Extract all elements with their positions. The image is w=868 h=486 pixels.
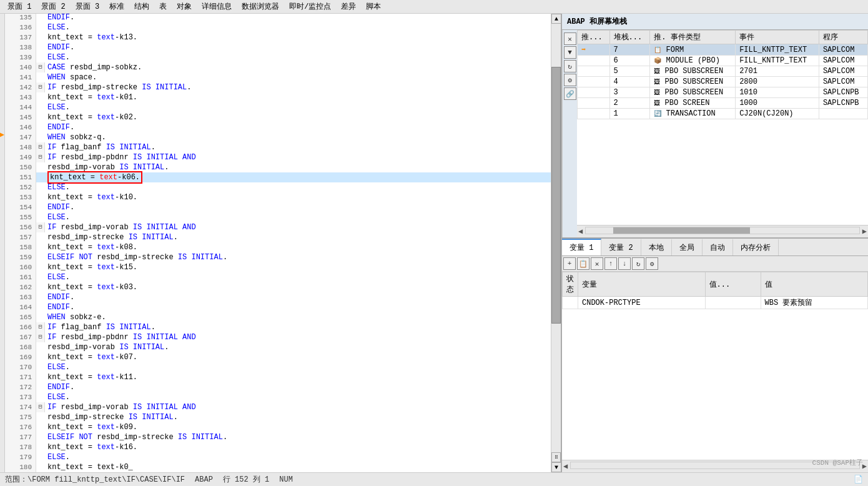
scroll-left-btn[interactable]: ◀ [578, 227, 583, 236]
var-btn-up[interactable]: ↑ [604, 257, 617, 270]
table-row[interactable]: CNDOK-PRCTYPEWBS 要素预留 [563, 297, 868, 309]
table-row[interactable]: 145 knt_text = text-k02. [5, 112, 551, 122]
table-row[interactable]: 138 ENDIF. [5, 42, 551, 52]
var-btn-settings[interactable]: ⚙ [646, 257, 658, 270]
menu-item-12[interactable]: 脚本 [361, 1, 386, 12]
menu-item-9[interactable]: 数据浏览器 [237, 1, 284, 12]
scroll-grip[interactable]: ⠿ [551, 452, 561, 462]
stack-icon-close[interactable]: ✕ [564, 32, 576, 45]
scroll-thumb[interactable] [551, 67, 561, 324]
scroll-down-arrow[interactable]: ▼ [551, 462, 561, 472]
tab-var2[interactable]: 变量 2 [601, 239, 641, 255]
table-row[interactable]: 151 knt_text = text-k06. [5, 172, 551, 182]
table-row[interactable]: 164 ENDIF. [5, 302, 551, 312]
table-row[interactable]: 156⊟ IF resbd_imp-vorab IS INITIAL AND [5, 222, 551, 232]
table-row[interactable]: 136 ELSE. [5, 22, 551, 32]
menu-item-4[interactable]: 标准 [104, 1, 129, 12]
table-row[interactable]: 176 knt_text = text-k09. [5, 422, 551, 432]
scroll-right-btn[interactable]: ▶ [862, 227, 867, 236]
code-content[interactable]: 125 ELSE.126 flag_banf = space.127 ENDIF… [5, 14, 551, 472]
table-row[interactable]: 144 ELSE. [5, 102, 551, 112]
table-row[interactable]: 166⊟ IF flag_banf IS INITIAL. [5, 322, 551, 332]
var-btn-add[interactable]: + [563, 257, 576, 270]
menu-item-11[interactable]: 差异 [336, 1, 361, 12]
table-row[interactable]: 139 ELSE. [5, 52, 551, 62]
table-row[interactable]: 5🖼 PBO SUBSCREEN2701SAPLCOM [578, 66, 868, 77]
table-row[interactable]: 159 ELSEIF NOT resbd_imp-strecke IS INIT… [5, 252, 551, 262]
tab-auto[interactable]: 自动 [703, 239, 733, 255]
var-scroll-left[interactable]: ◀ [563, 462, 568, 471]
table-row[interactable]: 6📦 MODULE (PBO)FILL_KNTTP_TEXTSAPLCOM [578, 56, 868, 66]
table-row[interactable]: 179 ELSE. [5, 452, 551, 462]
table-row[interactable]: 148⊟ IF flag_banf IS INITIAL. [5, 142, 551, 152]
table-row[interactable]: 160 knt_text = text-k15. [5, 262, 551, 272]
table-row[interactable]: ➡7📋 FORMFILL_KNTTP_TEXTSAPLCOM [578, 44, 868, 56]
fold-indicator[interactable]: ⊟ [36, 332, 45, 342]
table-row[interactable]: 171 knt_text = text-k11. [5, 372, 551, 382]
table-row[interactable]: 180 knt_text = text-k0_ [5, 462, 551, 472]
fold-indicator[interactable]: ⊟ [36, 62, 45, 72]
table-row[interactable]: 143 knt_text = text-k01. [5, 92, 551, 102]
stack-icon-nav-down[interactable]: ▼ [564, 46, 576, 59]
menu-item-6[interactable]: 表 [154, 1, 172, 12]
table-row[interactable]: 175 resbd_imp-strecke IS INITIAL. [5, 412, 551, 422]
scroll-up-arrow[interactable]: ▲ [551, 14, 561, 24]
menu-item-5[interactable]: 结构 [129, 1, 154, 12]
table-row[interactable]: 169 knt_text = text-k07. [5, 352, 551, 362]
table-row[interactable]: 155 ELSE. [5, 212, 551, 222]
table-row[interactable]: 174⊟ IF resbd_imp-vorab IS INITIAL AND [5, 402, 551, 412]
stack-icon-settings[interactable]: ⚙ [564, 74, 576, 86]
menu-item-8[interactable]: 详细信息 [197, 1, 237, 12]
menu-item-1[interactable]: 景面 1 [2, 1, 36, 12]
fold-indicator[interactable]: ⊟ [36, 222, 45, 232]
menu-item-7[interactable]: 对象 [172, 1, 197, 12]
table-row[interactable]: 177 ELSEIF NOT resbd_imp-strecke IS INIT… [5, 432, 551, 442]
table-row[interactable]: 168 resbd_imp-vorab IS INITIAL. [5, 342, 551, 352]
table-row[interactable]: 165 WHEN sobkz-e. [5, 312, 551, 322]
table-row[interactable]: 154 ENDIF. [5, 202, 551, 212]
tab-memory[interactable]: 内存分析 [733, 239, 779, 255]
menu-item-3[interactable]: 景面 3 [71, 1, 104, 12]
table-row[interactable]: 3🖼 PBO SUBSCREEN1010SAPLCNPB [578, 87, 868, 98]
var-btn-copy[interactable]: 📋 [577, 257, 589, 270]
table-row[interactable]: 142⊟ IF resbd_imp-strecke IS INITIAL. [5, 82, 551, 92]
code-vscrollbar[interactable]: ▲ ⠿ ▼ [551, 14, 561, 472]
table-row[interactable]: 140⊟ CASE resbd_imp-sobkz. [5, 62, 551, 72]
fold-indicator[interactable]: ⊟ [36, 322, 45, 332]
tab-local[interactable]: 本地 [641, 239, 672, 255]
menu-item-2[interactable]: 景面 2 [36, 1, 70, 12]
table-row[interactable]: 147 WHEN sobkz-q. [5, 132, 551, 142]
tab-var1[interactable]: 变量 1 [562, 239, 601, 255]
table-row[interactable]: 173 ELSE. [5, 392, 551, 402]
var-btn-delete[interactable]: ✕ [591, 257, 603, 270]
table-row[interactable]: 163 ENDIF. [5, 292, 551, 302]
table-row[interactable]: 157 resbd_imp-strecke IS INITIAL. [5, 232, 551, 242]
var-btn-down[interactable]: ↓ [618, 257, 631, 270]
table-row[interactable]: 137 knt_text = text-k13. [5, 32, 551, 42]
stack-icon-connect[interactable]: 🔗 [564, 87, 576, 100]
table-row[interactable]: 141 WHEN space. [5, 72, 551, 82]
table-row[interactable]: 178 knt_text = text-k16. [5, 442, 551, 452]
table-row[interactable]: 162 knt_text = text-k03. [5, 282, 551, 292]
table-row[interactable]: 170 ELSE. [5, 362, 551, 372]
table-row[interactable]: 146 ENDIF. [5, 122, 551, 132]
stack-icon-refresh[interactable]: ↻ [564, 60, 576, 72]
table-row[interactable]: 1🔄 TRANSACTIONCJ20N(CJ20N) [578, 109, 868, 119]
scroll-track[interactable] [551, 24, 561, 452]
var-btn-refresh[interactable]: ↻ [632, 257, 644, 270]
table-row[interactable]: 149⊟ IF resbd_imp-pbdnr IS INITIAL AND [5, 152, 551, 162]
table-row[interactable]: 4🖼 PBO SUBSCREEN2800SAPLCOM [578, 77, 868, 87]
fold-indicator[interactable]: ⊟ [36, 402, 45, 412]
menu-item-10[interactable]: 即时/监控点 [284, 1, 336, 12]
fold-indicator[interactable]: ⊟ [36, 142, 45, 152]
table-row[interactable]: 135 ENDIF. [5, 14, 551, 22]
fold-indicator[interactable]: ⊟ [36, 82, 45, 92]
table-row[interactable]: 167⊟ IF resbd_imp-pbdnr IS INITIAL AND [5, 332, 551, 342]
table-row[interactable]: 158 knt_text = text-k08. [5, 242, 551, 252]
table-row[interactable]: 161 ELSE. [5, 272, 551, 282]
table-row[interactable]: 2🖼 PBO SCREEN1000SAPLCNPB [578, 98, 868, 109]
table-row[interactable]: 153 knt_text = text-k10. [5, 192, 551, 202]
table-row[interactable]: 172 ENDIF. [5, 382, 551, 392]
tab-global[interactable]: 全局 [672, 239, 703, 255]
fold-indicator[interactable]: ⊟ [36, 152, 45, 162]
